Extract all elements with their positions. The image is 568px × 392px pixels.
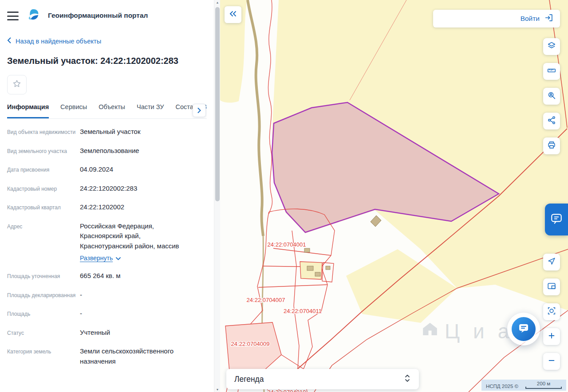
zoom-out-button[interactable] [543,353,560,370]
feedback-tab-button[interactable] [545,204,568,235]
chevron-right-icon [197,107,201,114]
tab-objects[interactable]: Объекты [99,103,125,118]
plus-icon [547,331,556,342]
expand-address-link[interactable]: Развернуть [80,255,121,262]
attribute-row: Площадь- [7,304,207,323]
panel-header: Геоинформационный портал [7,0,207,23]
login-icon [544,13,554,24]
collapse-panel-button[interactable] [225,6,241,23]
attribute-row: Категория земельЗемли сельскохозяйственн… [7,342,207,371]
map-attribution: НСПД 2025 © 200 м [481,380,566,391]
map-area: 24:22:0704001 24:22:0704007 24:22:070401… [220,0,568,392]
scale-line [525,387,562,389]
tab-parcel-parts[interactable]: Части ЗУ [137,103,164,118]
attributes-list: Вид объекта недвижимостиЗемельный участо… [7,122,207,371]
legend-title: Легенда [234,375,264,384]
attribute-row-address: Адрес Российская Федерация, Красноярский… [7,217,207,267]
attribute-row: Кадастровый номер24:22:1202002:283 [7,179,207,198]
zoom-area-icon [547,306,556,318]
share-button[interactable] [543,113,560,129]
cadastral-quarter-label: 24:22:0704001 [268,241,306,248]
tab-bar: Информация Сервисы Объекты Части ЗУ Сост… [7,103,207,119]
printer-icon [547,140,556,152]
measure-button[interactable] [543,63,560,80]
feedback-chat-icon [550,212,563,227]
chevron-left-icon [7,37,11,45]
menu-icon[interactable] [7,11,19,20]
star-icon [12,79,22,90]
object-search-button[interactable] [543,88,560,105]
scroll-down-arrow[interactable]: ▼ [214,388,221,391]
overview-map-button[interactable] [543,278,560,295]
minus-icon [547,356,556,367]
address-value: Российская Федерация, Красноярский край,… [80,221,192,251]
back-link-label: Назад в найденные объекты [16,38,101,45]
layers-icon [547,41,556,52]
chat-fab-button[interactable] [507,313,540,345]
scale-bar: 200 м [525,381,562,389]
panel-scrollbar[interactable]: ▲ ▼ [214,0,221,392]
minimap-icon [547,281,556,293]
scale-label: 200 м [537,381,550,386]
chat-bubble-icon [517,321,531,337]
object-info-panel: Геоинформационный портал Назад в найденн… [0,0,214,392]
layers-button[interactable] [543,38,560,55]
object-search-icon [547,90,556,102]
zoom-in-button[interactable] [543,328,560,345]
attribute-row: Площадь уточненная665 264 кв. м [7,267,207,286]
chevron-down-icon [116,255,121,262]
double-chevron-left-icon [229,10,237,19]
login-label: Войти [521,15,540,23]
attribute-row: СтатусУчтенный [7,323,207,342]
share-icon [547,115,556,127]
ruler-icon [547,66,556,77]
attribute-row: Площадь декларированная- [7,286,207,305]
cadastral-quarter-label: 24:22:0704009 [231,341,270,347]
portal-logo-icon [27,8,40,23]
scroll-up-arrow[interactable]: ▲ [214,1,221,4]
legend-bar[interactable]: Легенда [226,369,419,389]
scrollbar-thumb[interactable] [215,7,220,201]
attribute-row: Вид земельного участкаЗемлепользование [7,141,207,161]
print-button[interactable] [543,137,560,154]
attribution-text: НСПД 2025 © [486,384,518,389]
cadastral-quarter-label: 24:22:0704010 [268,389,306,392]
attribute-row: Дата присвоения04.09.2024 [7,160,207,179]
attribute-row: Кадастровый квартал24:22:1202002 [7,198,207,217]
portal-title: Геоинформационный портал [48,12,148,20]
locate-button[interactable] [543,254,560,270]
tab-information[interactable]: Информация [7,103,49,118]
back-link[interactable]: Назад в найденные объекты [7,37,101,45]
tabs-scroll-right-button[interactable] [193,104,206,117]
tab-services[interactable]: Сервисы [60,103,87,118]
navigation-arrow-icon [547,256,556,268]
login-button[interactable]: Войти [433,10,560,27]
page-title: Земельный участок: 24:22:1202002:283 [7,56,207,66]
geoportal-app: Геоинформационный портал Назад в найденн… [0,0,568,392]
cadastral-quarter-label: 24:22:0704007 [247,297,285,303]
zoom-to-area-button[interactable] [543,303,560,320]
favorite-button[interactable] [7,75,27,94]
expand-collapse-icon[interactable] [404,374,411,385]
cadastral-quarter-label: 24:22:0704011 [284,308,322,314]
attribute-row: Вид объекта недвижимостиЗемельный участо… [7,122,207,141]
